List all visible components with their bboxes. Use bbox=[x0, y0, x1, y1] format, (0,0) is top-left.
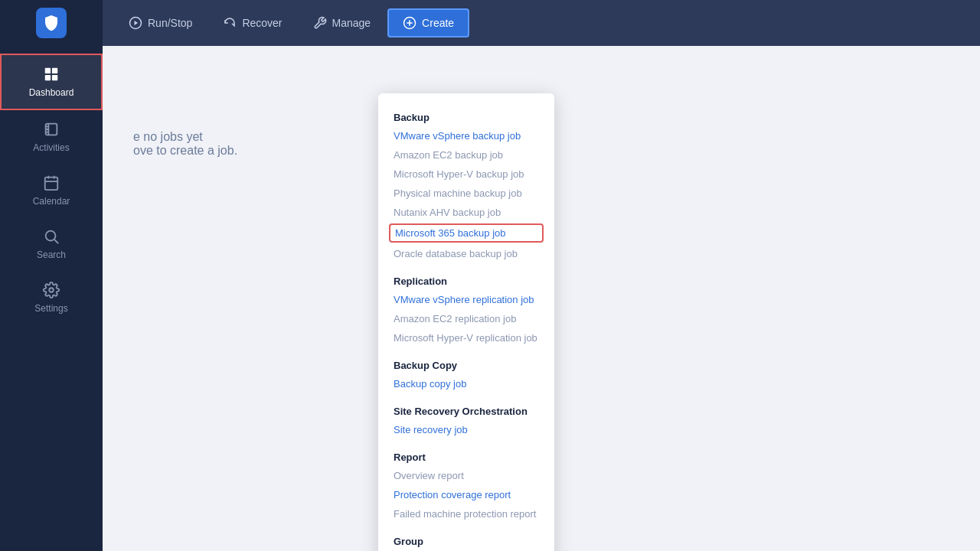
group-divider bbox=[378, 523, 554, 530]
sidebar-item-settings[interactable]: Settings bbox=[0, 271, 103, 324]
plus-icon bbox=[403, 16, 416, 30]
search-icon bbox=[43, 228, 60, 245]
run-stop-label: Run/Stop bbox=[148, 17, 192, 29]
run-stop-button[interactable]: Run/Stop bbox=[115, 10, 206, 36]
recover-button[interactable]: Recover bbox=[209, 10, 296, 36]
manage-label: Manage bbox=[332, 17, 371, 29]
sidebar: Dashboard Activities Calendar Search bbox=[0, 0, 103, 551]
svg-rect-0 bbox=[45, 68, 51, 73]
report-section-title: Report bbox=[378, 445, 554, 466]
logo-shield-icon bbox=[36, 8, 67, 38]
sidebar-nav: Dashboard Activities Calendar Search bbox=[0, 54, 103, 324]
protection-coverage-report[interactable]: Protection coverage report bbox=[378, 485, 554, 504]
settings-icon bbox=[43, 282, 60, 298]
sidebar-logo bbox=[0, 0, 103, 46]
manage-icon bbox=[313, 16, 327, 30]
amazon-ec2-backup-job[interactable]: Amazon EC2 backup job bbox=[378, 145, 554, 165]
replication-divider bbox=[378, 263, 554, 269]
sidebar-item-search[interactable]: Search bbox=[0, 217, 103, 271]
main-area: Run/Stop Recover Manage Create bbox=[103, 0, 980, 551]
sidebar-item-settings-label: Settings bbox=[34, 303, 67, 314]
dashboard-icon bbox=[43, 66, 60, 83]
sidebar-item-search-label: Search bbox=[37, 249, 66, 260]
oracle-database-backup-job[interactable]: Oracle database backup job bbox=[378, 244, 554, 263]
manage-button[interactable]: Manage bbox=[299, 10, 385, 36]
site-recovery-divider bbox=[378, 393, 554, 399]
recover-label: Recover bbox=[242, 17, 282, 29]
backup-copy-divider bbox=[378, 347, 554, 354]
hyper-v-backup-job[interactable]: Microsoft Hyper-V backup job bbox=[378, 165, 554, 184]
vmware-vsphere-backup-job[interactable]: VMware vSphere backup job bbox=[378, 126, 554, 145]
svg-line-7 bbox=[54, 240, 58, 243]
backup-copy-job[interactable]: Backup copy job bbox=[378, 374, 554, 393]
backup-section-title: Backup bbox=[378, 106, 554, 126]
activities-icon bbox=[43, 121, 60, 138]
play-icon bbox=[129, 16, 142, 30]
svg-rect-1 bbox=[52, 68, 57, 73]
sidebar-item-calendar[interactable]: Calendar bbox=[0, 164, 103, 217]
sidebar-item-dashboard-label: Dashboard bbox=[29, 87, 74, 98]
replication-section-title: Replication bbox=[378, 269, 554, 290]
nutanix-ahv-backup-job[interactable]: Nutanix AHV backup job bbox=[378, 203, 554, 222]
svg-marker-10 bbox=[135, 21, 139, 25]
sidebar-item-dashboard[interactable]: Dashboard bbox=[0, 54, 103, 110]
overview-report[interactable]: Overview report bbox=[378, 466, 554, 485]
site-recovery-section-title: Site Recovery Orchestration bbox=[378, 399, 554, 420]
svg-point-6 bbox=[46, 231, 56, 241]
create-button[interactable]: Create bbox=[387, 8, 469, 37]
group-section-title: Group bbox=[378, 530, 554, 550]
no-jobs-line2: ove to create a job. bbox=[133, 144, 237, 157]
microsoft-365-backup-job[interactable]: Microsoft 365 backup job bbox=[389, 223, 544, 243]
report-divider bbox=[378, 439, 554, 445]
site-recovery-job[interactable]: Site recovery job bbox=[378, 420, 554, 439]
svg-rect-5 bbox=[45, 178, 58, 191]
vmware-vsphere-replication-job[interactable]: VMware vSphere replication job bbox=[378, 290, 554, 309]
content-area: e no jobs yet ove to create a job. Backu… bbox=[103, 46, 980, 551]
sidebar-item-activities[interactable]: Activities bbox=[0, 110, 103, 164]
create-label: Create bbox=[422, 17, 454, 29]
backup-copy-section-title: Backup Copy bbox=[378, 354, 554, 374]
svg-rect-3 bbox=[52, 75, 57, 80]
sidebar-item-calendar-label: Calendar bbox=[33, 196, 70, 207]
no-jobs-line1: e no jobs yet bbox=[133, 130, 203, 143]
failed-machine-protection-report[interactable]: Failed machine protection report bbox=[378, 504, 554, 523]
shield-icon bbox=[42, 14, 60, 32]
create-dropdown: Backup VMware vSphere backup job Amazon … bbox=[378, 93, 554, 551]
physical-machine-backup-job[interactable]: Physical machine backup job bbox=[378, 184, 554, 203]
calendar-icon bbox=[43, 174, 60, 191]
topbar: Run/Stop Recover Manage Create bbox=[103, 0, 980, 46]
svg-point-8 bbox=[49, 288, 54, 292]
svg-rect-2 bbox=[45, 75, 51, 80]
hyper-v-replication-job[interactable]: Microsoft Hyper-V replication job bbox=[378, 328, 554, 347]
sidebar-item-activities-label: Activities bbox=[33, 142, 69, 153]
recover-icon bbox=[223, 16, 237, 30]
amazon-ec2-replication-job[interactable]: Amazon EC2 replication job bbox=[378, 309, 554, 328]
